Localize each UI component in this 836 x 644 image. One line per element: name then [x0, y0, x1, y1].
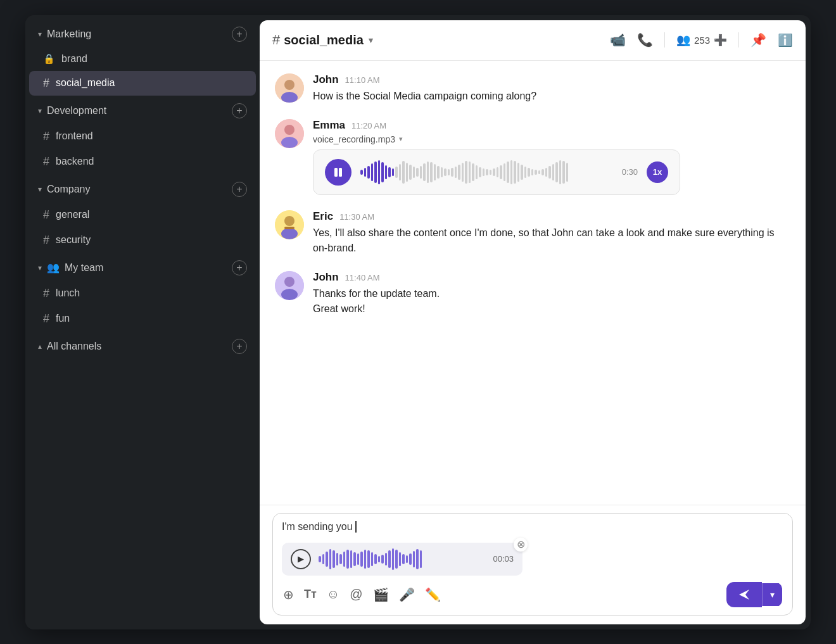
format-text-icon[interactable]: Tт	[304, 588, 317, 601]
sidebar-section-development-header[interactable]: ▾ Development +	[29, 98, 256, 123]
member-count-value: 253	[694, 35, 710, 46]
voice-dropdown-icon[interactable]: ▾	[399, 135, 403, 143]
message-content: Eric 11:30 AM Yes, I'll also share the c…	[313, 210, 790, 256]
sidebar-channel-brand[interactable]: 🔒 brand	[29, 47, 256, 70]
channel-dropdown-icon[interactable]: ▾	[369, 35, 373, 45]
svg-rect-6	[334, 168, 338, 177]
sidebar-channel-general[interactable]: # general	[29, 203, 256, 227]
voice-filename: voice_recording.mp3	[313, 134, 395, 144]
svg-point-10	[281, 228, 298, 239]
add-attachment-icon[interactable]: ⊕	[283, 587, 294, 602]
speed-badge[interactable]: 1x	[647, 161, 668, 183]
message-time: 11:10 AM	[345, 75, 380, 85]
hash-icon-lunch: #	[43, 287, 49, 300]
hash-icon-fun: #	[43, 312, 49, 325]
close-voice-preview-button[interactable]: ⊗	[514, 538, 528, 552]
phone-icon[interactable]: 📞	[637, 32, 653, 47]
svg-rect-7	[339, 168, 342, 177]
input-text-value: I'm sending you	[282, 521, 355, 532]
hash-icon-backend: #	[43, 155, 49, 168]
voice-player: 0:30 1x	[313, 149, 680, 195]
sidebar-section-myteam-label: My team	[65, 262, 103, 274]
message-time: 11:40 AM	[345, 273, 380, 282]
add-channel-company-button[interactable]: +	[232, 182, 247, 197]
sidebar-section-marketing-header[interactable]: ▾ Marketing +	[29, 22, 256, 47]
sidebar-channel-backend-label: backend	[56, 156, 94, 167]
pause-button[interactable]	[325, 159, 352, 186]
message-meta: Emma 11:20 AM	[313, 119, 790, 132]
microphone-icon[interactable]: 🎤	[399, 587, 415, 602]
sidebar-channel-frontend[interactable]: # frontend	[29, 124, 256, 149]
sidebar-section-myteam-header[interactable]: ▾ 👥 My team +	[29, 255, 256, 281]
sidebar-section-development: ▾ Development + # frontend # backend	[25, 98, 260, 174]
sidebar-channel-security[interactable]: # security	[29, 228, 256, 253]
message-time: 11:20 AM	[352, 121, 386, 130]
sidebar-section-marketing-label: Marketing	[47, 28, 91, 40]
toolbar-left: ⊕ Tт ☺ @ 🎬 🎤 ✏️	[283, 587, 441, 602]
input-text[interactable]: I'm sending you	[282, 521, 783, 536]
chevron-marketing-icon: ▾	[38, 30, 42, 39]
sidebar-channel-social-media[interactable]: # social_media	[29, 71, 256, 96]
emoji-icon[interactable]: ☺	[327, 587, 339, 602]
avatar	[275, 119, 304, 148]
avatar	[275, 271, 304, 300]
hash-icon-general: #	[43, 208, 49, 222]
sidebar-channel-backend[interactable]: # backend	[29, 149, 256, 174]
sidebar-channel-lunch[interactable]: # lunch	[29, 281, 256, 306]
input-toolbar: ⊕ Tт ☺ @ 🎬 🎤 ✏️ ▾	[282, 582, 783, 607]
message-time: 11:30 AM	[339, 212, 374, 222]
message-author: Emma	[313, 119, 345, 132]
message-content: John 11:10 AM How is the Social Media ca…	[313, 73, 790, 104]
myteam-emoji-icon: 👥	[47, 262, 60, 274]
mention-icon[interactable]: @	[350, 587, 362, 602]
sidebar-section-allchannels-header[interactable]: ▴ All channels +	[29, 334, 256, 359]
add-member-icon[interactable]: ➕	[714, 34, 727, 47]
header-divider	[664, 32, 665, 47]
sidebar-section-company-label: Company	[47, 184, 90, 195]
add-channel-myteam-button[interactable]: +	[232, 260, 247, 275]
svg-point-5	[281, 137, 298, 148]
message-meta: John 11:10 AM	[313, 73, 790, 86]
sidebar-channel-fun[interactable]: # fun	[29, 306, 256, 331]
chevron-company-icon: ▾	[38, 185, 42, 194]
svg-point-1	[284, 80, 294, 90]
svg-point-14	[281, 289, 298, 300]
svg-point-4	[284, 125, 294, 135]
member-count[interactable]: 👥 253 ➕	[676, 33, 727, 47]
sidebar: ▾ Marketing + 🔒 brand # social_media ▾ D…	[25, 15, 260, 629]
hash-icon-social-media: #	[43, 77, 49, 90]
video-icon[interactable]: 📹	[610, 32, 626, 47]
message-row: John 11:10 AM How is the Social Media ca…	[275, 73, 790, 104]
message-text: Yes, I'll also share the content once I'…	[313, 225, 790, 256]
svg-rect-11	[284, 227, 294, 229]
input-box[interactable]: I'm sending you ⊗ ▶ 00:03 ⊕ Tт ☺ @ 🎬 �	[272, 513, 793, 616]
pin-icon[interactable]: 📌	[750, 32, 766, 47]
add-channel-allchannels-button[interactable]: +	[232, 339, 247, 354]
send-dropdown-button[interactable]: ▾	[762, 583, 782, 606]
compose-icon[interactable]: ✏️	[425, 587, 441, 602]
sidebar-channel-lunch-label: lunch	[56, 287, 80, 299]
voice-preview: ⊗ ▶ 00:03	[282, 543, 522, 576]
voice-attachment-label: voice_recording.mp3 ▾	[313, 134, 790, 144]
lock-icon: 🔒	[43, 53, 55, 65]
sidebar-section-company-header[interactable]: ▾ Company +	[29, 177, 256, 202]
info-icon[interactable]: ℹ️	[778, 33, 793, 47]
chevron-myteam-icon: ▾	[38, 263, 42, 272]
chat-title[interactable]: # social_media ▾	[272, 32, 373, 48]
input-area: I'm sending you ⊗ ▶ 00:03 ⊕ Tт ☺ @ 🎬 �	[260, 505, 806, 624]
chat-header-right: 📹 📞 👥 253 ➕ 📌 ℹ️	[610, 32, 793, 47]
send-button[interactable]	[726, 582, 762, 607]
sidebar-section-myteam: ▾ 👥 My team + # lunch # fun	[25, 255, 260, 331]
play-voice-preview-button[interactable]: ▶	[291, 549, 311, 569]
add-channel-marketing-button[interactable]: +	[232, 27, 247, 42]
message-row: Eric 11:30 AM Yes, I'll also share the c…	[275, 210, 790, 256]
sidebar-section-company: ▾ Company + # general # security	[25, 177, 260, 253]
message-text: Thanks for the update team.Great work!	[313, 286, 790, 317]
send-btn-group: ▾	[726, 582, 782, 607]
message-meta: Eric 11:30 AM	[313, 210, 790, 223]
hash-icon-security: #	[43, 234, 49, 247]
sidebar-section-allchannels: ▴ All channels +	[25, 334, 260, 359]
media-icon[interactable]: 🎬	[373, 587, 389, 602]
add-channel-development-button[interactable]: +	[232, 103, 247, 118]
chat-main: # social_media ▾ 📹 📞 👥 253 ➕ 📌 ℹ️	[260, 20, 806, 624]
